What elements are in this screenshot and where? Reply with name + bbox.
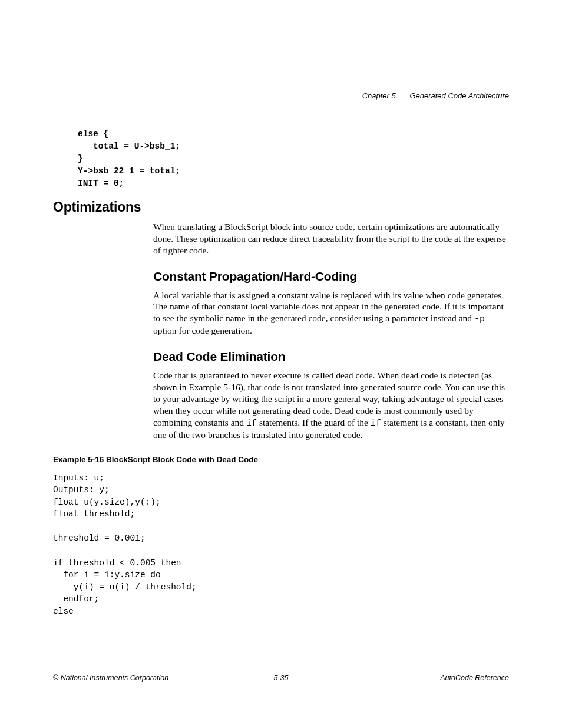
footer-doc-title: AutoCode Reference: [440, 674, 509, 682]
footer-copyright: © National Instruments Corporation: [53, 674, 168, 682]
footer-page-number: 5-35: [273, 674, 288, 682]
heading-dead-code-elimination: Dead Code Elimination: [153, 350, 509, 364]
paragraph-dead-code-elimination: Code that is guaranteed to never execute…: [153, 370, 509, 440]
text-segment: statements. If the guard of the: [257, 417, 371, 427]
code-block-top: else { total = U->bsb_1; } Y->bsb_22_1 =…: [78, 128, 509, 190]
inline-code-p-option: -p: [474, 314, 485, 324]
page-header: Chapter 5 Generated Code Architecture: [362, 91, 509, 100]
header-chapter: Chapter 5: [362, 91, 396, 100]
example-caption: Example 5-16 BlockScript Block Code with…: [53, 455, 509, 464]
heading-optimizations: Optimizations: [53, 199, 509, 215]
paragraph-constant-propagation: A local variable that is assigned a cons…: [153, 289, 509, 337]
text-segment: option for code generation.: [153, 325, 252, 335]
code-block-bottom: Inputs: u; Outputs: y; float u(y.size),y…: [53, 472, 509, 618]
inline-code-if-1: if: [246, 419, 257, 429]
text-segment: A local variable that is assigned a cons…: [153, 290, 504, 324]
paragraph-optimizations: When translating a BlockScript block int…: [153, 221, 509, 256]
inline-code-if-2: if: [371, 419, 381, 429]
header-title: Generated Code Architecture: [409, 91, 509, 100]
heading-constant-propagation: Constant Propagation/Hard-Coding: [153, 269, 509, 284]
page-footer: © National Instruments Corporation 5-35 …: [53, 674, 509, 682]
